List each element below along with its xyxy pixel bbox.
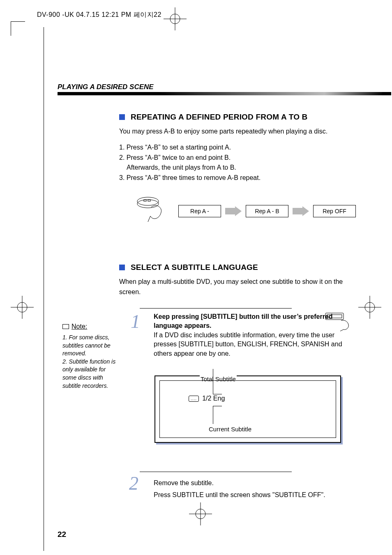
note-title: Note:: [62, 323, 117, 330]
bullet-icon: [119, 265, 125, 270]
svg-rect-18: [325, 313, 344, 320]
osd-text: 1/2 Eng: [202, 395, 225, 402]
crop-mark-top: [164, 7, 187, 30]
state-rep-off: Rep OFF: [313, 205, 356, 217]
osd-row: .... 1/2 Eng: [189, 395, 225, 402]
page-number: 22: [58, 530, 66, 539]
step-line: 1. Press “A-B” to set a starting point A…: [119, 143, 367, 153]
intro-text: You may press A-B to enjoy some parts re…: [119, 127, 367, 137]
section-subtitle: SELECT A SUBTITLE LANGUAGE When play a m…: [119, 263, 367, 297]
subtitle-osd-icon: ....: [189, 396, 199, 402]
heading-subtitle: SELECT A SUBTITLE LANGUAGE: [131, 263, 258, 272]
note-item: 1. For some discs, subtitles cannot be r…: [62, 334, 117, 358]
section-repeat-ab: REPEATING A DEFINED PERIOD FROM A TO B Y…: [119, 113, 367, 183]
ab-repeat-diagram: Rep A - Rep A - B Rep OFF: [136, 196, 356, 227]
tv-label-current: Current Subtitle: [209, 426, 251, 433]
step-line: 2. Press “A-B” twice to an end point B.: [119, 153, 367, 163]
intro-text: When play a multi-subtitle DVD, you may …: [119, 277, 366, 297]
tv-diagram: Total Subtitle .... 1/2 Eng Current Subt…: [154, 366, 341, 443]
heading-repeat-ab: REPEATING A DEFINED PERIOD FROM A TO B: [131, 113, 308, 122]
section-title-rule: [58, 92, 391, 95]
crop-corner: [11, 21, 25, 36]
step-1-bold: Keep pressing [SUBTITLE] button till the…: [154, 313, 333, 329]
note-item: 2. Subtitle function is only available f…: [62, 358, 117, 390]
bullet-icon: [119, 114, 125, 120]
step-line-sub: Afterwards, the unit plays from A to B.: [119, 163, 367, 173]
section-title: PLAYING A DESIRED SCENE: [58, 83, 154, 91]
step-line: 3. Press “A-B” three times to remove A-B…: [119, 173, 367, 183]
arrow-icon: [293, 206, 309, 216]
svg-rect-19: [327, 315, 342, 318]
remote-hand-icon-small: [324, 311, 353, 334]
crop-mark-bottom: [189, 502, 212, 525]
step-2-line1: Remove the subtitle.: [154, 477, 367, 489]
step-divider: [140, 308, 292, 309]
step-divider: [140, 472, 292, 472]
step-2-text: Remove the subtitle. Press SUBTITLE unti…: [154, 477, 367, 501]
crop-mark-right: [358, 296, 381, 319]
step-number-2: 2: [129, 472, 138, 494]
state-rep-a: Rep A -: [178, 205, 221, 217]
step-number-1: 1: [131, 311, 140, 332]
step-1-rest: If a DVD disc includes subtitle informat…: [154, 332, 342, 357]
state-rep-ab: Rep A - B: [246, 205, 288, 217]
svg-marker-16: [225, 206, 242, 216]
pointer-line: [213, 406, 213, 424]
arrow-icon: [225, 206, 242, 216]
note-sidebar: Note: 1. For some discs, subtitles canno…: [62, 323, 117, 390]
crop-mark-left: [11, 296, 34, 319]
step-2-line2: Press SUBTITLE until the screen shows "S…: [154, 489, 367, 501]
tv-frame: Total Subtitle .... 1/2 Eng Current Subt…: [154, 375, 341, 443]
print-header: DV-900 -UK 04.7.15 12:21 PM 페이지22: [37, 11, 161, 19]
trim-line-left: [44, 27, 44, 551]
svg-marker-17: [293, 206, 309, 216]
remote-hand-icon: [136, 196, 171, 227]
